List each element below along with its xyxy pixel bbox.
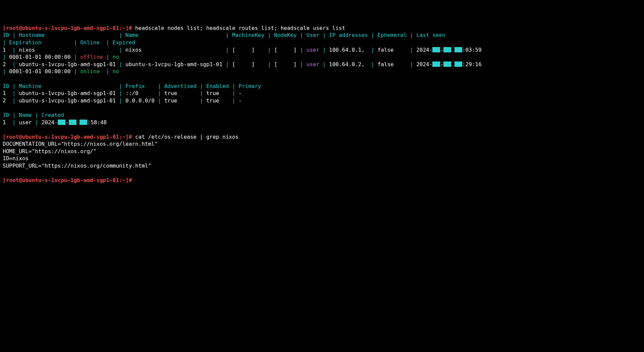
routes-header-machine: Machine bbox=[19, 83, 41, 89]
node-row-2-name: ubuntu-s-1vcpu-1gb-amd-sgp1-01 bbox=[125, 61, 222, 68]
routes-header-enabled: Enabled bbox=[206, 83, 229, 89]
node-row-1-machinekey: [ ] bbox=[232, 47, 255, 53]
nodes-header-hostname: Hostname bbox=[19, 32, 45, 38]
os-release-line: DOCUMENTATION_URL="https://nixos.org/lea… bbox=[3, 141, 158, 147]
node-row-1-nodekey: [ ] bbox=[274, 47, 297, 53]
nodes-header-machinekey: MachineKey bbox=[232, 32, 264, 38]
users-header-created: Created bbox=[42, 112, 64, 118]
route-row-1-primary: - bbox=[238, 90, 242, 96]
nodes-header-name: Name bbox=[125, 32, 139, 38]
routes-header-id: ID bbox=[3, 83, 9, 89]
route-row-1-machine: ubuntu-s-1vcpu-1gb-amd-sgp1-01 bbox=[19, 90, 116, 96]
user-row-1-name: user bbox=[19, 119, 32, 126]
command-2: cat /etc/os-release | grep nixos bbox=[135, 134, 238, 140]
node-row-1-user: user bbox=[307, 47, 320, 53]
command-1: headscale nodes list; headscale routes l… bbox=[135, 25, 345, 31]
node-row-1-ip: 100.64.0.1, bbox=[329, 47, 365, 53]
node-row-1-lastseen: 2024-- :03:59 bbox=[416, 47, 482, 53]
node-row-2-lastseen: 2024-- :29:16 bbox=[416, 61, 482, 68]
os-release-line: ID=nixos bbox=[3, 155, 29, 162]
os-release-line: SUPPORT_URL="https://nixos.org/community… bbox=[3, 163, 151, 169]
routes-header-prefix: Prefix bbox=[125, 83, 145, 89]
nodes-header-ephemeral: Ephemeral bbox=[378, 32, 407, 38]
route-row-2-primary: - bbox=[238, 97, 242, 104]
route-row-2-advertised: true bbox=[164, 97, 177, 104]
user-row-1-created: 2024-- :58:48 bbox=[42, 119, 107, 126]
node-row-2-expiration: 0001-01-01 00:00:00 bbox=[9, 68, 70, 75]
node-row-1-expiration: 0001-01-01 00:00:00 bbox=[9, 54, 70, 60]
nodes-header-nodekey: NodeKey bbox=[274, 32, 297, 38]
prompt: [root@ubuntu-s-1vcpu-1gb-amd-sgp1-01:~]# bbox=[3, 134, 132, 140]
node-row-2-nodekey: [ ] bbox=[274, 61, 297, 68]
nodes-header-user: User bbox=[307, 32, 320, 38]
nodes-header-expiration: Expiration bbox=[9, 39, 41, 46]
prompt-cursor[interactable]: [root@ubuntu-s-1vcpu-1gb-amd-sgp1-01:~]# bbox=[3, 177, 132, 183]
route-row-1-id: 1 bbox=[3, 90, 6, 96]
node-row-1-expired: no bbox=[113, 54, 119, 60]
nodes-header-expired: Expired bbox=[113, 39, 135, 46]
node-row-2-id: 2 bbox=[3, 61, 6, 68]
node-row-2-hostname: ubuntu-s-1vcpu-1gb-amd-sgp1-01 bbox=[19, 61, 116, 68]
routes-header-primary: Primary bbox=[238, 83, 261, 89]
node-row-2-online: online bbox=[80, 68, 100, 75]
node-row-1-name: nixos bbox=[125, 47, 142, 53]
node-row-2-user: user bbox=[307, 61, 320, 68]
nodes-header-online: Online bbox=[80, 39, 100, 46]
route-row-1-advertised: true bbox=[164, 90, 177, 96]
node-row-2-ip: 100.64.0.2, bbox=[329, 61, 365, 68]
prompt: [root@ubuntu-s-1vcpu-1gb-amd-sgp1-01:~]# bbox=[3, 25, 132, 31]
route-row-2-machine: ubuntu-s-1vcpu-1gb-amd-sgp1-01 bbox=[19, 97, 116, 104]
node-row-2-ephemeral: false bbox=[378, 61, 394, 68]
route-row-1-enabled: true bbox=[206, 90, 219, 96]
users-header-name: Name bbox=[19, 112, 32, 118]
node-row-2-machinekey: [ ] bbox=[232, 61, 255, 68]
route-row-2-enabled: true bbox=[206, 97, 219, 104]
nodes-header-lastseen: Last seen bbox=[416, 32, 445, 38]
users-header-id: ID bbox=[3, 112, 9, 118]
node-row-1-id: 1 bbox=[3, 47, 6, 53]
route-row-1-prefix: ::/0 bbox=[125, 90, 139, 96]
node-row-1-hostname: nixos bbox=[19, 47, 35, 53]
os-release-line: HOME_URL="https://nixos.org/" bbox=[3, 148, 96, 155]
node-row-1-ephemeral: false bbox=[378, 47, 394, 53]
routes-header-advertised: Advertised bbox=[164, 83, 197, 89]
node-row-2-expired: no bbox=[113, 68, 119, 75]
nodes-header-ip: IP addresses bbox=[329, 32, 368, 38]
node-row-1-online: offline bbox=[80, 54, 103, 60]
route-row-2-prefix: 0.0.0.0/0 bbox=[125, 97, 155, 104]
user-row-1-id: 1 bbox=[3, 119, 6, 126]
nodes-header-id: ID bbox=[3, 32, 9, 38]
route-row-2-id: 2 bbox=[3, 97, 6, 104]
terminal[interactable]: [root@ubuntu-s-1vcpu-1gb-amd-sgp1-01:~]#… bbox=[3, 25, 641, 184]
